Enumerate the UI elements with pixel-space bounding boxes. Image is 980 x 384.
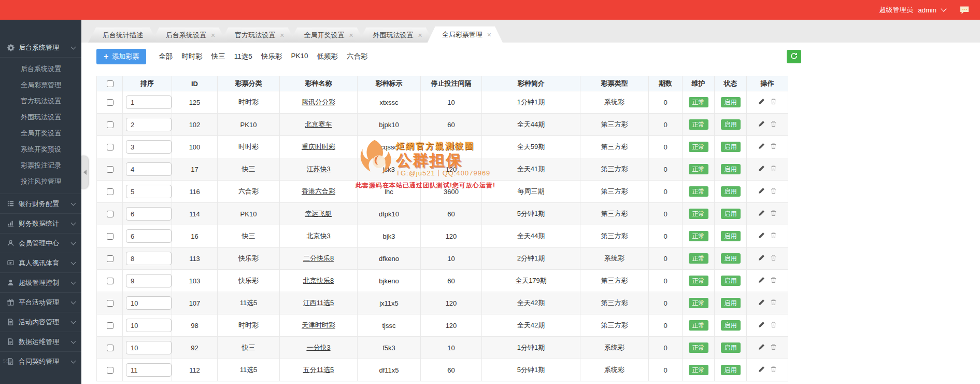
- lottery-name-link[interactable]: 一分快3: [306, 344, 330, 351]
- row-checkbox[interactable]: [107, 121, 113, 128]
- sidebar-subitem-后台系统设置[interactable]: 后台系统设置: [0, 61, 81, 77]
- sidebar-item-真人视讯体育[interactable]: 真人视讯体育: [0, 253, 81, 272]
- refresh-button[interactable]: [787, 50, 801, 63]
- row-checkbox[interactable]: [107, 255, 113, 262]
- edit-button[interactable]: [756, 232, 768, 240]
- status-badge[interactable]: 启用: [721, 186, 741, 197]
- edit-button[interactable]: [756, 187, 768, 196]
- delete-button[interactable]: [768, 210, 779, 218]
- status-badge[interactable]: 启用: [721, 298, 741, 308]
- sidebar-item-合同契约管理[interactable]: 合同契约管理: [0, 352, 81, 371]
- maintain-badge[interactable]: 正常: [689, 298, 708, 308]
- message-icon[interactable]: [959, 6, 970, 15]
- lottery-name-link[interactable]: 香港六合彩: [302, 187, 335, 195]
- sidebar-subitem-官方玩法设置[interactable]: 官方玩法设置: [0, 93, 81, 109]
- lottery-name-link[interactable]: 北京赛车: [305, 120, 332, 128]
- filter-六合彩[interactable]: 六合彩: [347, 52, 368, 61]
- lottery-name-link[interactable]: 江苏快3: [306, 165, 330, 173]
- status-badge[interactable]: 启用: [721, 164, 741, 174]
- edit-button[interactable]: [756, 165, 768, 173]
- edit-button[interactable]: [756, 277, 768, 285]
- status-badge[interactable]: 启用: [721, 276, 741, 286]
- sort-input[interactable]: [126, 252, 172, 265]
- delete-button[interactable]: [768, 98, 779, 106]
- row-checkbox[interactable]: [107, 144, 113, 150]
- maintain-badge[interactable]: 正常: [689, 253, 708, 264]
- sort-input[interactable]: [126, 185, 172, 198]
- sidebar-subitem-彩票投注记录[interactable]: 彩票投注记录: [0, 157, 81, 173]
- filter-低频彩[interactable]: 低频彩: [317, 52, 338, 61]
- sort-input[interactable]: [126, 319, 172, 332]
- sort-input[interactable]: [126, 229, 172, 243]
- row-checkbox[interactable]: [107, 233, 113, 240]
- row-checkbox[interactable]: [107, 345, 113, 351]
- status-badge[interactable]: 启用: [721, 365, 741, 375]
- lottery-name-link[interactable]: 腾讯分分彩: [302, 98, 335, 106]
- maintain-badge[interactable]: 正常: [689, 342, 708, 353]
- row-checkbox[interactable]: [107, 367, 113, 374]
- delete-button[interactable]: [768, 254, 779, 263]
- row-checkbox[interactable]: [107, 300, 113, 307]
- chevron-down-icon[interactable]: [941, 6, 946, 11]
- tab-close-icon[interactable]: ×: [280, 32, 284, 39]
- delete-button[interactable]: [768, 344, 779, 352]
- maintain-badge[interactable]: 正常: [689, 164, 708, 174]
- status-badge[interactable]: 启用: [721, 320, 741, 331]
- lottery-name-link[interactable]: 江西11选5: [303, 299, 334, 307]
- lottery-name-link[interactable]: 天津时时彩: [302, 321, 335, 329]
- status-badge[interactable]: 启用: [721, 97, 741, 107]
- lottery-name-link[interactable]: 二分快乐8: [303, 254, 334, 262]
- maintain-badge[interactable]: 正常: [689, 209, 708, 219]
- status-badge[interactable]: 启用: [721, 119, 741, 130]
- sidebar-item-平台活动管理[interactable]: 平台活动管理: [0, 293, 81, 312]
- sidebar-item-数据运维管理[interactable]: 数据运维管理: [0, 332, 81, 351]
- status-badge[interactable]: 启用: [721, 142, 741, 152]
- select-all-checkbox[interactable]: [107, 80, 113, 87]
- row-checkbox[interactable]: [107, 322, 113, 329]
- edit-button[interactable]: [756, 299, 768, 307]
- maintain-badge[interactable]: 正常: [689, 186, 708, 197]
- tab-全局彩票管理[interactable]: 全局彩票管理×: [428, 26, 503, 43]
- delete-button[interactable]: [768, 143, 779, 151]
- sort-input[interactable]: [126, 363, 172, 377]
- sidebar-item-超级管理控制[interactable]: 超级管理控制: [0, 273, 81, 292]
- sort-input[interactable]: [126, 162, 172, 176]
- filter-11选5[interactable]: 11选5: [234, 52, 252, 61]
- edit-button[interactable]: [756, 210, 768, 218]
- delete-button[interactable]: [768, 232, 779, 240]
- maintain-badge[interactable]: 正常: [689, 142, 708, 152]
- maintain-badge[interactable]: 正常: [689, 276, 708, 286]
- sidebar-subitem-全局彩票管理[interactable]: 全局彩票管理: [0, 77, 81, 93]
- edit-button[interactable]: [756, 344, 768, 352]
- topbar-username[interactable]: admin: [918, 6, 936, 14]
- maintain-badge[interactable]: 正常: [689, 231, 708, 241]
- sidebar-subitem-系统开奖预设[interactable]: 系统开奖预设: [0, 141, 81, 157]
- sort-input[interactable]: [126, 95, 172, 109]
- row-checkbox[interactable]: [107, 278, 113, 284]
- edit-button[interactable]: [756, 120, 768, 129]
- sidebar-item-会员管理中心[interactable]: 会员管理中心: [0, 234, 81, 253]
- tab-close-icon[interactable]: ×: [349, 32, 353, 39]
- delete-button[interactable]: [768, 120, 779, 129]
- maintain-badge[interactable]: 正常: [689, 320, 708, 331]
- filter-快乐彩[interactable]: 快乐彩: [261, 52, 282, 61]
- status-badge[interactable]: 启用: [721, 209, 741, 219]
- lottery-name-link[interactable]: 北京快乐8: [303, 277, 334, 284]
- tab-外围玩法设置[interactable]: 外围玩法设置×: [359, 28, 434, 43]
- tab-close-icon[interactable]: ×: [211, 32, 215, 39]
- sidebar-subitem-投注风控管理[interactable]: 投注风控管理: [0, 173, 81, 189]
- sidebar-item-活动内容管理[interactable]: 活动内容管理: [0, 312, 81, 332]
- maintain-badge[interactable]: 正常: [689, 119, 708, 130]
- lottery-name-link[interactable]: 幸运飞艇: [305, 210, 332, 217]
- edit-button[interactable]: [756, 98, 768, 106]
- sidebar-item-backend-system[interactable]: 后台系统管理: [0, 38, 81, 57]
- tab-全局开奖设置[interactable]: 全局开奖设置×: [289, 28, 364, 43]
- maintain-badge[interactable]: 正常: [689, 365, 708, 375]
- edit-button[interactable]: [756, 366, 768, 374]
- tab-官方玩法设置[interactable]: 官方玩法设置×: [220, 28, 295, 43]
- edit-button[interactable]: [756, 321, 768, 330]
- status-badge[interactable]: 启用: [721, 253, 741, 264]
- status-badge[interactable]: 启用: [721, 342, 741, 353]
- sort-input[interactable]: [126, 207, 172, 221]
- sidebar-collapse-handle[interactable]: [81, 156, 88, 189]
